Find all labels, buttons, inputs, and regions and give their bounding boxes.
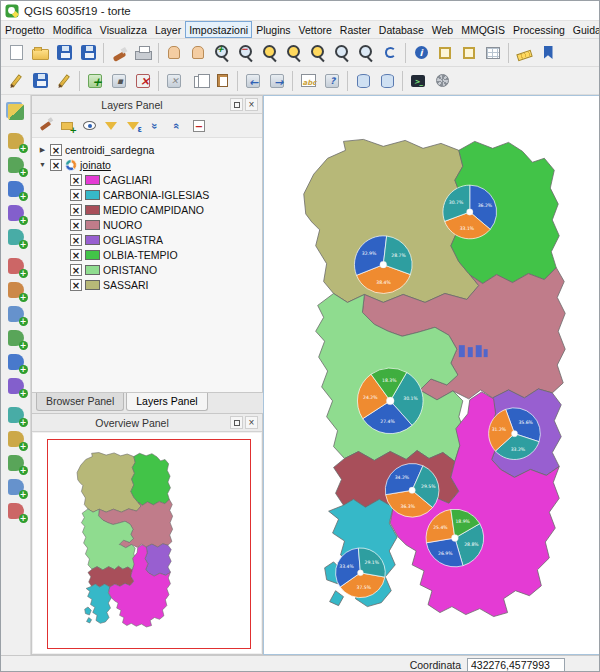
zoom-to-layer-button[interactable] xyxy=(306,41,330,65)
style-manager-button[interactable] xyxy=(107,41,131,65)
map-canvas[interactable]: 36.2%33.1%30.7%38.4%32.9%28.7%30.1%27.4%… xyxy=(263,95,600,655)
add-mssql-layer-button[interactable]: + xyxy=(6,280,26,300)
menu-database[interactable]: Database xyxy=(375,21,428,38)
class-checkbox[interactable]: × xyxy=(70,219,82,231)
expander-icon[interactable]: ▶ xyxy=(38,146,47,154)
identify-features-button[interactable]: i xyxy=(409,41,433,65)
deselect-features-button[interactable] xyxy=(457,41,481,65)
legend-class-row[interactable]: ×NUORO xyxy=(32,217,262,232)
pan-map-button[interactable] xyxy=(162,41,186,65)
add-spatialite-layer-button[interactable]: + xyxy=(6,256,26,276)
class-color-swatch[interactable] xyxy=(85,190,100,200)
layer-row-centroidi_sardegna[interactable]: ▶×centroidi_sardegna xyxy=(32,142,262,157)
map-tips-button[interactable]: ? xyxy=(320,69,344,93)
class-color-swatch[interactable] xyxy=(85,220,100,230)
menu-guida[interactable]: Guida xyxy=(569,21,600,38)
class-checkbox[interactable]: × xyxy=(70,264,82,276)
legend-class-row[interactable]: ×OLBIA-TEMPIO xyxy=(32,247,262,262)
expander-icon[interactable]: ▼ xyxy=(38,161,47,168)
overview-extent-rect[interactable] xyxy=(47,439,251,649)
cut-features-button[interactable]: ✕ xyxy=(162,69,186,93)
new-shapefile-layer-button[interactable] xyxy=(351,69,375,93)
legend-class-row[interactable]: ×OGLIASTRA xyxy=(32,232,262,247)
filter-by-expression-button[interactable]: ε xyxy=(123,116,143,136)
add-postgis-layer-button[interactable]: + xyxy=(6,227,26,247)
data-source-manager-button[interactable] xyxy=(6,102,26,122)
add-oracle-layer-button[interactable]: + xyxy=(6,304,26,324)
layer-row-joinato[interactable]: ▼×joinato xyxy=(32,157,262,172)
collapse-all-button[interactable]: « xyxy=(167,116,187,136)
class-checkbox[interactable]: × xyxy=(70,234,82,246)
close-panel-button[interactable]: × xyxy=(245,98,258,111)
new-geopackage-layer-button[interactable] xyxy=(375,69,399,93)
menu-plugins[interactable]: Plugins xyxy=(252,21,294,38)
class-checkbox[interactable]: × xyxy=(70,189,82,201)
layer-checkbox[interactable]: × xyxy=(50,159,62,171)
save-layer-edits-button[interactable] xyxy=(28,69,52,93)
add-group-button[interactable]: + xyxy=(57,116,77,136)
legend-class-row[interactable]: ×ORISTANO xyxy=(32,262,262,277)
open-project-button[interactable] xyxy=(28,41,52,65)
zoom-full-button[interactable] xyxy=(258,41,282,65)
menu-vettore[interactable]: Vettore xyxy=(295,21,336,38)
filter-legend-button[interactable] xyxy=(101,116,121,136)
open-attribute-table-button[interactable] xyxy=(481,41,505,65)
zoom-last-button[interactable] xyxy=(330,41,354,65)
processing-toolbox-button[interactable] xyxy=(430,69,454,93)
save-project-as-button[interactable] xyxy=(76,41,100,65)
new-print-layout-button[interactable] xyxy=(131,41,155,65)
menu-processing[interactable]: Processing xyxy=(509,21,569,38)
add-mesh-layer-button[interactable]: + xyxy=(6,179,26,199)
add-wcs-layer-button[interactable]: + xyxy=(6,376,26,396)
refresh-map-button[interactable] xyxy=(378,41,402,65)
tab-layers-panel[interactable]: Layers Panel xyxy=(126,393,207,411)
new-bookmark-button[interactable] xyxy=(536,41,560,65)
class-color-swatch[interactable] xyxy=(85,175,100,185)
menu-progetto[interactable]: Progetto xyxy=(1,21,49,38)
new-shapefile-layer-button[interactable]: + xyxy=(6,429,26,449)
float-panel-button[interactable] xyxy=(230,98,243,111)
add-feature-button[interactable]: + xyxy=(83,69,107,93)
add-raster-layer-button[interactable]: + xyxy=(6,155,26,175)
copy-features-button[interactable] xyxy=(186,69,210,93)
select-features-button[interactable] xyxy=(433,41,457,65)
class-color-swatch[interactable] xyxy=(85,265,100,275)
float-panel-button[interactable] xyxy=(230,416,243,429)
redo-button[interactable]: → xyxy=(265,69,289,93)
menu-impostazioni[interactable]: Impostazioni xyxy=(185,21,252,38)
open-layer-styling-button[interactable] xyxy=(35,116,55,136)
new-geopackage-layer-button[interactable]: + xyxy=(6,405,26,425)
tab-browser-panel[interactable]: Browser Panel xyxy=(36,393,124,411)
menu-visualizza[interactable]: Visualizza xyxy=(96,21,151,38)
new-temporary-scratch-layer-button[interactable]: + xyxy=(6,501,26,521)
close-panel-button[interactable]: × xyxy=(245,416,258,429)
class-checkbox[interactable]: × xyxy=(70,279,82,291)
legend-class-row[interactable]: ×CARBONIA-IGLESIAS xyxy=(32,187,262,202)
class-color-swatch[interactable] xyxy=(85,280,100,290)
add-arcgis-rest-layer-button[interactable]: + xyxy=(6,477,26,497)
legend-class-row[interactable]: ×CAGLIARI xyxy=(32,172,262,187)
class-color-swatch[interactable] xyxy=(85,235,100,245)
menu-layer[interactable]: Layer xyxy=(151,21,185,38)
new-virtual-layer-button[interactable]: + xyxy=(6,453,26,473)
vertex-tool-button[interactable]: ▪ xyxy=(107,69,131,93)
expand-all-button[interactable]: » xyxy=(145,116,165,136)
current-edits-button[interactable] xyxy=(52,69,76,93)
zoom-to-selection-button[interactable] xyxy=(282,41,306,65)
add-delimited-text-layer-button[interactable]: + xyxy=(6,203,26,223)
class-checkbox[interactable]: × xyxy=(70,174,82,186)
add-wfs-layer-button[interactable]: + xyxy=(6,352,26,372)
labeling-button[interactable]: abc xyxy=(296,69,320,93)
zoom-in-button[interactable]: + xyxy=(210,41,234,65)
title-bar[interactable]: QGIS 6035f19 - torte xyxy=(1,1,600,21)
undo-button[interactable]: ← xyxy=(241,69,265,93)
measure-line-button[interactable] xyxy=(512,41,536,65)
delete-selected-button[interactable]: × xyxy=(131,69,155,93)
add-wms-layer-button[interactable]: + xyxy=(6,328,26,348)
zoom-next-button[interactable] xyxy=(354,41,378,65)
class-checkbox[interactable]: × xyxy=(70,249,82,261)
toggle-editing-button[interactable] xyxy=(4,69,28,93)
menu-mmqgis[interactable]: MMQGIS xyxy=(457,21,509,38)
legend-class-row[interactable]: ×MEDIO CAMPIDANO xyxy=(32,202,262,217)
save-project-button[interactable] xyxy=(52,41,76,65)
